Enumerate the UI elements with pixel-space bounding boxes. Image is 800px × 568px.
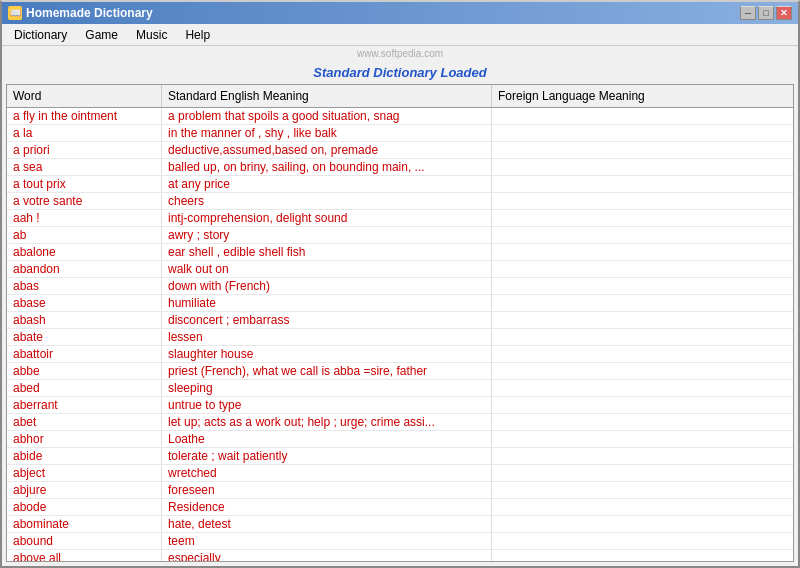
cell-foreign xyxy=(492,278,793,294)
cell-foreign xyxy=(492,516,793,532)
cell-foreign xyxy=(492,125,793,141)
cell-meaning: let up; acts as a work out; help ; urge;… xyxy=(162,414,492,430)
cell-word: a priori xyxy=(7,142,162,158)
cell-foreign xyxy=(492,346,793,362)
cell-word: abject xyxy=(7,465,162,481)
cell-foreign xyxy=(492,414,793,430)
table-body[interactable]: a fly in the ointment a problem that spo… xyxy=(6,107,794,562)
cell-meaning: balled up, on briny, sailing, on boundin… xyxy=(162,159,492,175)
cell-word: a tout prix xyxy=(7,176,162,192)
cell-foreign xyxy=(492,176,793,192)
cell-word: abase xyxy=(7,295,162,311)
cell-word: abjure xyxy=(7,482,162,498)
table-row[interactable]: abed sleeping xyxy=(7,380,793,397)
cell-foreign xyxy=(492,550,793,562)
cell-foreign xyxy=(492,448,793,464)
cell-foreign xyxy=(492,482,793,498)
cell-meaning: wretched xyxy=(162,465,492,481)
col-meaning: Standard English Meaning xyxy=(162,85,492,107)
table-row[interactable]: abide tolerate ; wait patiently xyxy=(7,448,793,465)
cell-meaning: lessen xyxy=(162,329,492,345)
table-row[interactable]: abound teem xyxy=(7,533,793,550)
table-row[interactable]: abominate hate, detest xyxy=(7,516,793,533)
status-bar: Standard Dictionary Loaded xyxy=(2,61,798,84)
table-row[interactable]: abjure foreseen xyxy=(7,482,793,499)
cell-foreign xyxy=(492,312,793,328)
table-row[interactable]: abalone ear shell , edible shell fish xyxy=(7,244,793,261)
table-row[interactable]: aberrant untrue to type xyxy=(7,397,793,414)
cell-meaning: sleeping xyxy=(162,380,492,396)
cell-word: abound xyxy=(7,533,162,549)
table-row[interactable]: above all especially xyxy=(7,550,793,562)
table-row[interactable]: abase humiliate xyxy=(7,295,793,312)
cell-foreign xyxy=(492,142,793,158)
table-row[interactable]: abas down with (French) xyxy=(7,278,793,295)
cell-meaning: teem xyxy=(162,533,492,549)
table-row[interactable]: abode Residence xyxy=(7,499,793,516)
cell-foreign xyxy=(492,431,793,447)
cell-meaning: Residence xyxy=(162,499,492,515)
cell-word: abandon xyxy=(7,261,162,277)
cell-meaning: intj-comprehension, delight sound xyxy=(162,210,492,226)
cell-word: abed xyxy=(7,380,162,396)
table-row[interactable]: abhor Loathe xyxy=(7,431,793,448)
table-row[interactable]: a votre sante cheers xyxy=(7,193,793,210)
cell-meaning: deductive,assumed,based on, premade xyxy=(162,142,492,158)
cell-foreign xyxy=(492,533,793,549)
cell-word: abash xyxy=(7,312,162,328)
cell-meaning: especially xyxy=(162,550,492,562)
cell-meaning: down with (French) xyxy=(162,278,492,294)
title-bar-left: 📖 Homemade Dictionary xyxy=(8,6,153,20)
menu-game[interactable]: Game xyxy=(77,26,126,44)
cell-word: abhor xyxy=(7,431,162,447)
table-row[interactable]: abandon walk out on xyxy=(7,261,793,278)
cell-foreign xyxy=(492,193,793,209)
cell-word: ab xyxy=(7,227,162,243)
minimize-button[interactable]: ─ xyxy=(740,6,756,20)
table-row[interactable]: a la in the manner of , shy , like balk xyxy=(7,125,793,142)
cell-foreign xyxy=(492,397,793,413)
table-row[interactable]: a fly in the ointment a problem that spo… xyxy=(7,108,793,125)
cell-meaning: tolerate ; wait patiently xyxy=(162,448,492,464)
window-title: Homemade Dictionary xyxy=(26,6,153,20)
cell-meaning: humiliate xyxy=(162,295,492,311)
menu-help[interactable]: Help xyxy=(177,26,218,44)
cell-meaning: disconcert ; embarrass xyxy=(162,312,492,328)
table-row[interactable]: abash disconcert ; embarrass xyxy=(7,312,793,329)
cell-foreign xyxy=(492,499,793,515)
cell-foreign xyxy=(492,108,793,124)
menu-dictionary[interactable]: Dictionary xyxy=(6,26,75,44)
cell-meaning: slaughter house xyxy=(162,346,492,362)
table-row[interactable]: a tout prix at any price xyxy=(7,176,793,193)
cell-meaning: walk out on xyxy=(162,261,492,277)
table-row[interactable]: abject wretched xyxy=(7,465,793,482)
maximize-button[interactable]: □ xyxy=(758,6,774,20)
close-button[interactable]: ✕ xyxy=(776,6,792,20)
cell-foreign xyxy=(492,210,793,226)
cell-foreign xyxy=(492,261,793,277)
cell-meaning: awry ; story xyxy=(162,227,492,243)
table-row[interactable]: aah ! intj-comprehension, delight sound xyxy=(7,210,793,227)
title-bar-controls: ─ □ ✕ xyxy=(740,6,792,20)
cell-meaning: ear shell , edible shell fish xyxy=(162,244,492,260)
cell-meaning: cheers xyxy=(162,193,492,209)
cell-meaning: at any price xyxy=(162,176,492,192)
col-word: Word xyxy=(7,85,162,107)
table-row[interactable]: abattoir slaughter house xyxy=(7,346,793,363)
cell-word: a sea xyxy=(7,159,162,175)
cell-word: a la xyxy=(7,125,162,141)
cell-word: abominate xyxy=(7,516,162,532)
cell-word: a fly in the ointment xyxy=(7,108,162,124)
cell-foreign xyxy=(492,465,793,481)
menu-music[interactable]: Music xyxy=(128,26,175,44)
title-bar: 📖 Homemade Dictionary ─ □ ✕ xyxy=(2,2,798,24)
cell-word: aah ! xyxy=(7,210,162,226)
table-row[interactable]: abet let up; acts as a work out; help ; … xyxy=(7,414,793,431)
table-row[interactable]: a priori deductive,assumed,based on, pre… xyxy=(7,142,793,159)
table-row[interactable]: abate lessen xyxy=(7,329,793,346)
table-row[interactable]: abbe priest (French), what we call is ab… xyxy=(7,363,793,380)
table-row[interactable]: ab awry ; story xyxy=(7,227,793,244)
table-row[interactable]: a sea balled up, on briny, sailing, on b… xyxy=(7,159,793,176)
app-icon: 📖 xyxy=(8,6,22,20)
cell-foreign xyxy=(492,380,793,396)
